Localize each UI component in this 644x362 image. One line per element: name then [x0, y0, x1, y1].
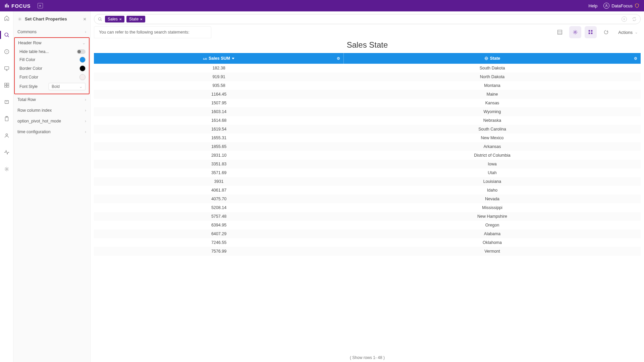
cell-state: Maine	[344, 90, 641, 99]
table-row[interactable]: 3351.83Iowa	[94, 160, 641, 168]
cell-sales: 6394.95	[94, 221, 344, 229]
table-row[interactable]: 3931Louisiana	[94, 177, 641, 186]
rail-clipboard[interactable]	[0, 115, 13, 123]
search-bar[interactable]: Sales✕State✕ ×	[94, 14, 641, 24]
help-link[interactable]: Help	[588, 3, 597, 8]
clear-search-button[interactable]: ×	[622, 16, 627, 22]
cell-sales: 1655.31	[94, 134, 344, 142]
cell-state: Nevada	[344, 195, 641, 203]
cell-state: Mississippi	[344, 203, 641, 212]
cell-sales: 1614.68	[94, 116, 344, 125]
svg-rect-24	[558, 30, 562, 35]
cell-state: South Dakota	[344, 64, 641, 72]
rail-user[interactable]	[0, 132, 13, 140]
cell-sales: 1619.54	[94, 125, 344, 134]
svg-rect-0	[5, 5, 6, 8]
rail-settings[interactable]	[0, 165, 13, 173]
column-settings-icon[interactable]: ⚙	[337, 56, 340, 61]
rail-activity[interactable]	[0, 148, 13, 156]
cell-sales: 4075.70	[94, 195, 344, 203]
refresh-icon[interactable]	[632, 16, 637, 22]
svg-rect-12	[7, 83, 8, 85]
column-header-sales[interactable]: 123 Sales SUM ⚙	[94, 53, 344, 64]
table-row[interactable]: 919.91North Dakota	[94, 72, 641, 81]
column-header-state[interactable]: State ⚙	[344, 53, 641, 64]
search-hint: You can refer to the following search st…	[94, 26, 211, 38]
table-row[interactable]: 4075.70Nevada	[94, 195, 641, 203]
table-row[interactable]: 1603.14Wyoming	[94, 107, 641, 116]
section-time-config[interactable]: time configuration›	[13, 126, 90, 137]
svg-point-19	[6, 134, 7, 136]
table-row[interactable]: 6394.95Oregon	[94, 221, 641, 229]
svg-point-21	[19, 18, 20, 20]
table-row[interactable]: 935.58Montana	[94, 81, 641, 90]
table-row[interactable]: 7576.99Vermont	[94, 247, 641, 256]
table-row[interactable]: 1614.68Nebraska	[94, 116, 641, 125]
chevron-right-icon: ›	[85, 108, 86, 113]
panel-title: Set Chart Properties	[25, 16, 67, 21]
section-total-row[interactable]: Total Row›	[13, 94, 90, 105]
chart-properties-panel: Set Chart Properties × Commons› Header R…	[13, 11, 91, 362]
section-pivot-mode[interactable]: option_pivot_hot_mode›	[13, 116, 90, 126]
search-icon	[98, 17, 102, 21]
table-row[interactable]: 182.38South Dakota	[94, 64, 641, 72]
cell-sales: 1855.65	[94, 142, 344, 151]
sort-down-icon	[232, 57, 234, 60]
section-commons[interactable]: Commons›	[13, 27, 90, 37]
gear-icon	[17, 17, 22, 21]
svg-rect-30	[589, 33, 590, 34]
user-menu[interactable]: DataFocus	[603, 3, 639, 9]
rail-present[interactable]	[0, 64, 13, 72]
cell-sales: 3351.83	[94, 160, 344, 168]
table-row[interactable]: 1164.45Maine	[94, 90, 641, 99]
toolbar-scale-button[interactable]	[554, 26, 566, 38]
table-row[interactable]: 2831.10District of Columbia	[94, 151, 641, 160]
fill-color-swatch[interactable]	[79, 57, 86, 63]
table-row[interactable]: 4061.87Idaho	[94, 186, 641, 195]
chevron-down-icon: ⌄	[82, 41, 86, 45]
rail-data[interactable]	[0, 81, 13, 89]
table-row[interactable]: 6407.29Alabama	[94, 229, 641, 238]
svg-point-3	[606, 5, 607, 6]
table-row[interactable]: 1619.54South Carolina	[94, 125, 641, 134]
svg-rect-28	[589, 30, 590, 32]
toolbar-settings-button[interactable]	[569, 26, 581, 38]
brand-name: FOCUS	[11, 3, 31, 9]
border-color-swatch[interactable]	[79, 65, 86, 71]
cell-sales: 3571.69	[94, 168, 344, 177]
font-style-select[interactable]: Bold⌄	[49, 83, 86, 90]
pill-remove-icon[interactable]: ✕	[119, 17, 122, 21]
font-color-swatch[interactable]	[79, 74, 86, 80]
table-row[interactable]: 3571.69Utah	[94, 168, 641, 177]
table-row[interactable]: 5757.48New Hampshire	[94, 212, 641, 221]
svg-point-20	[6, 168, 7, 170]
svg-rect-2	[8, 5, 9, 7]
rail-help[interactable]: ?	[0, 48, 13, 56]
pill-remove-icon[interactable]: ✕	[140, 17, 143, 21]
section-row-column-index[interactable]: Row column index›	[13, 105, 90, 116]
add-tab-button[interactable]: +	[38, 3, 43, 8]
column-settings-icon[interactable]: ⚙	[634, 56, 637, 61]
rail-resource[interactable]	[0, 98, 13, 106]
toolbar-chart-type-button[interactable]	[585, 26, 597, 38]
rail-home[interactable]	[0, 14, 13, 22]
table-row[interactable]: 1855.65Arkansas	[94, 142, 641, 151]
cell-sales: 1507.95	[94, 99, 344, 107]
search-pill[interactable]: State✕	[126, 16, 145, 22]
cell-sales: 935.58	[94, 81, 344, 90]
section-header-row[interactable]: Header Row⌄	[15, 38, 89, 48]
search-pill[interactable]: Sales✕	[105, 16, 124, 22]
table-row[interactable]: 1655.31New Mexico	[94, 134, 641, 142]
close-panel-button[interactable]: ×	[83, 16, 86, 22]
svg-point-27	[575, 32, 576, 33]
hide-header-toggle[interactable]	[77, 49, 86, 54]
table-row[interactable]: 5208.14Mississippi	[94, 203, 641, 212]
table-row[interactable]: 7246.55Oklahoma	[94, 238, 641, 247]
brand-logo[interactable]: FOCUS	[5, 3, 31, 9]
table-row[interactable]: 1507.95Kansas	[94, 99, 641, 107]
actions-dropdown[interactable]: Actions⌄	[615, 30, 641, 35]
svg-rect-8	[4, 67, 9, 69]
rail-search[interactable]	[0, 31, 13, 39]
toolbar-refresh-button[interactable]	[600, 26, 612, 38]
cell-sales: 182.38	[94, 64, 344, 72]
